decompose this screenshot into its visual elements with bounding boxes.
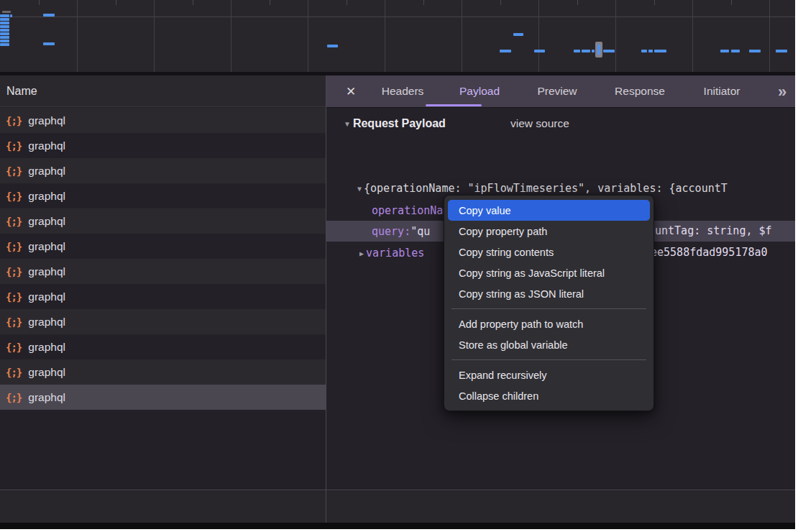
request-name-label: graphql [28, 391, 65, 404]
request-name-label: graphql [28, 139, 65, 152]
tab-preview[interactable]: Preview [537, 75, 577, 107]
menu-item-add-property-path-to-watch[interactable]: Add property path to watch [448, 313, 650, 334]
window-bottom-edge [0, 523, 795, 529]
waterfall-bar[interactable] [0, 29, 9, 32]
timeline-gridline [154, 0, 155, 72]
tab-response[interactable]: Response [615, 75, 665, 107]
request-name-label: graphql [28, 290, 65, 303]
tab-headers[interactable]: Headers [382, 75, 424, 107]
waterfall-bar[interactable] [43, 14, 55, 17]
waterfall-bar[interactable] [500, 50, 511, 52]
tab-payload[interactable]: Payload [459, 75, 500, 107]
waterfall-bar[interactable] [603, 50, 615, 52]
query-row[interactable]: query: "qu [372, 221, 430, 242]
waterfall-bar[interactable] [0, 43, 9, 46]
request-row[interactable]: {;}graphql [0, 385, 326, 410]
object-preview-text: {operationName: "ipFlowTimeseries", vari… [364, 182, 728, 195]
timeline-tick [39, 0, 40, 5]
waterfall-bar[interactable] [2, 11, 11, 13]
request-row[interactable]: {;}graphql [0, 359, 326, 385]
waterfall-bar[interactable] [0, 22, 9, 24]
left-footer-divider [0, 490, 326, 490]
timeline-tick [116, 0, 116, 5]
request-row[interactable]: {;}graphql [0, 208, 326, 234]
menu-item-copy-string-contents[interactable]: Copy string contents [448, 242, 650, 262]
menu-item-copy-property-path[interactable]: Copy property path [448, 221, 650, 242]
request-row[interactable]: {;}graphql [0, 158, 326, 183]
timeline-gridline [308, 0, 308, 72]
request-payload-section[interactable]: ▼Request Payload [344, 117, 446, 130]
left-footer [0, 491, 326, 523]
request-row[interactable]: {;}graphql [0, 234, 326, 259]
waterfall-bar[interactable] [0, 32, 9, 35]
expand-triangle-icon[interactable]: ▼ [357, 185, 362, 193]
json-braces-icon: {;} [6, 291, 22, 303]
waterfall-bar[interactable] [654, 50, 666, 52]
close-icon[interactable]: ✕ [344, 75, 358, 108]
request-name-label: graphql [28, 240, 65, 253]
menu-separator [451, 359, 646, 360]
timeline-tick [193, 0, 193, 5]
waterfall-bar[interactable] [0, 18, 9, 21]
waterfall-bar[interactable] [0, 25, 9, 28]
variables-row[interactable]: ▶ variables [359, 242, 424, 264]
waterfall-bar[interactable] [0, 40, 9, 42]
property-value-left-fragment: "qu [411, 225, 430, 238]
request-row[interactable]: {;}graphql [0, 259, 326, 284]
more-tabs-chevron-icon[interactable]: » [778, 75, 786, 108]
waterfall-bar[interactable] [731, 50, 740, 52]
request-name-label: graphql [28, 215, 65, 228]
menu-separator [451, 308, 646, 309]
request-row[interactable]: {;}graphql [0, 309, 326, 334]
view-source-toggle[interactable]: view source [510, 117, 569, 130]
menu-item-expand-recursively[interactable]: Expand recursively [448, 364, 650, 385]
timeline-tick [731, 0, 732, 5]
waterfall-bar[interactable] [327, 45, 338, 47]
json-braces-icon: {;} [6, 140, 22, 152]
timeline-tick [654, 0, 655, 5]
collapsed-triangle-icon[interactable]: ▶ [359, 249, 364, 257]
section-collapse-triangle-icon[interactable]: ▼ [344, 120, 351, 128]
timeline-tick [347, 0, 347, 5]
request-row[interactable]: {;}graphql [0, 108, 326, 133]
waterfall-bar[interactable] [582, 50, 590, 52]
menu-item-copy-value[interactable]: Copy value [448, 200, 650, 221]
menu-item-copy-string-as-json-literal[interactable]: Copy string as JSON literal [448, 283, 650, 304]
name-column-header[interactable]: Name [0, 75, 326, 107]
network-overview-timeline[interactable] [0, 0, 795, 72]
waterfall-bar[interactable] [648, 50, 653, 52]
request-name-label: graphql [28, 366, 65, 379]
waterfall-bar[interactable] [0, 36, 9, 39]
request-name-label: graphql [28, 114, 65, 127]
waterfall-bar[interactable] [749, 50, 761, 52]
timeline-gridline [692, 0, 693, 72]
waterfall-bar[interactable] [534, 50, 545, 52]
waterfall-bar[interactable] [641, 50, 647, 52]
request-name-label: graphql [28, 165, 65, 178]
network-request-list-panel: Name {;}graphql{;}graphql{;}graphql{;}gr… [0, 75, 326, 523]
menu-item-store-as-global-variable[interactable]: Store as global variable [448, 334, 650, 355]
json-braces-icon: {;} [6, 316, 22, 328]
request-row[interactable]: {;}graphql [0, 133, 326, 158]
request-row[interactable]: {;}graphql [0, 334, 326, 359]
tab-initiator[interactable]: Initiator [704, 75, 740, 107]
json-braces-icon: {;} [6, 165, 22, 177]
waterfall-bar[interactable] [0, 14, 9, 17]
right-footer-divider [326, 490, 795, 490]
timeline-tick [577, 0, 578, 5]
waterfall-bar[interactable] [513, 33, 523, 36]
waterfall-bar[interactable] [776, 50, 787, 52]
request-row[interactable]: {;}graphql [0, 284, 326, 309]
waterfall-bar[interactable] [592, 50, 595, 52]
waterfall-bar[interactable] [574, 50, 580, 52]
timeline-tick [500, 0, 501, 5]
waterfall-bar[interactable] [43, 42, 55, 45]
menu-item-copy-string-as-javascript-literal[interactable]: Copy string as JavaScript literal [448, 262, 650, 283]
request-payload-title: Request Payload [353, 117, 446, 130]
request-rows: {;}graphql{;}graphql{;}graphql{;}graphql… [0, 108, 326, 410]
menu-item-collapse-children[interactable]: Collapse children [448, 385, 650, 406]
waterfall-bar[interactable] [720, 50, 729, 52]
waterfall-bar[interactable] [10, 14, 12, 17]
request-row[interactable]: {;}graphql [0, 183, 326, 208]
json-braces-icon: {;} [6, 115, 22, 127]
